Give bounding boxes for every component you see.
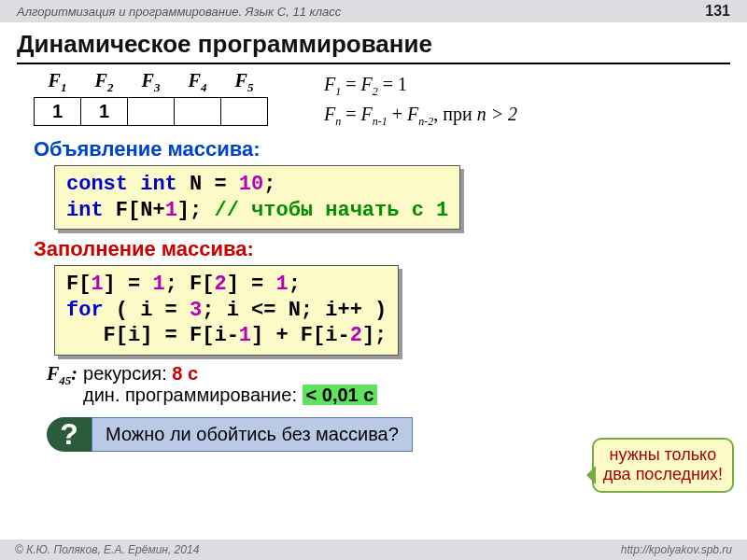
timing-block: F45: рекурсия: 8 с дин. программирование… [47, 363, 747, 406]
header-bar: Алгоритмизация и программирование. Язык … [0, 0, 747, 22]
copyright: © К.Ю. Поляков, Е.А. Ерёмин, 2014 [15, 543, 199, 556]
question-text: Можно ли обойтись без массива? [92, 417, 413, 452]
course-title: Алгоритмизация и программирование. Язык … [17, 5, 341, 19]
callout-bubble: нужны только два последних! [592, 438, 734, 493]
code-declaration: const int N = 10; int F[N+1]; // чтобы н… [54, 165, 460, 230]
slide-title: Динамическое программирование [17, 30, 730, 64]
table-cell: 1 [81, 98, 128, 126]
footer-url: http://kpolyakov.spb.ru [621, 543, 732, 556]
table-cell [221, 98, 268, 126]
table-cell [175, 98, 221, 126]
table-cell [128, 98, 175, 126]
page-number: 131 [705, 3, 730, 20]
table-cell: 1 [35, 98, 81, 126]
formulas: F1 = F2 = 1 Fn = Fn-1 + Fn-2, при n > 2 [324, 70, 517, 130]
top-row: F1 F2 F3 F4 F5 1 1 F1 = F2 = 1 Fn = Fn-1… [34, 70, 747, 130]
fib-table: F1 F2 F3 F4 F5 1 1 [34, 70, 268, 126]
footer-bar: © К.Ю. Поляков, Е.А. Ерёмин, 2014 http:/… [0, 539, 747, 560]
question-mark-icon: ? [47, 417, 92, 452]
code-fill: F[1] = 1; F[2] = 1; for ( i = 3; i <= N;… [54, 265, 399, 356]
section-declaration: Объявление массива: [34, 137, 747, 161]
section-fill: Заполнение массива: [34, 237, 747, 261]
